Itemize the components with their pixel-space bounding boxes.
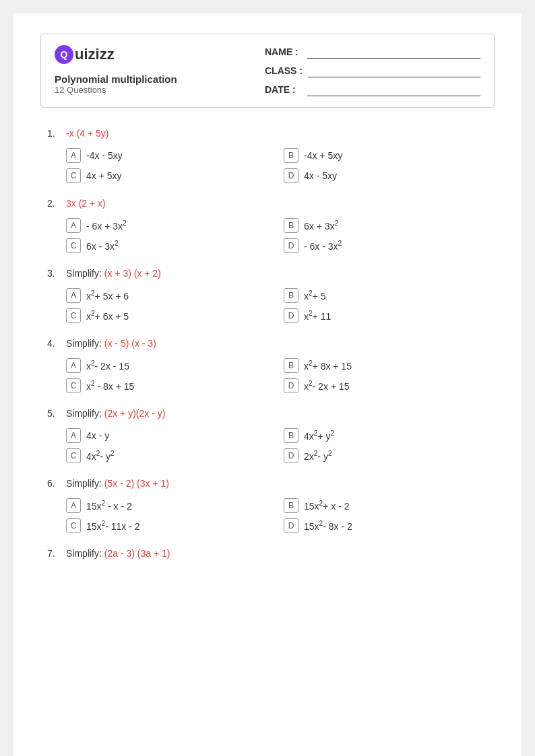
q1-option-c: C 4x + 5xy [66,168,270,183]
question-5: 5. Simplify: (2x + y)(2x - y) A 4x - y B… [47,408,488,463]
q1-text-a: -4x - 5xy [86,150,123,161]
q5-letter-b: B [284,428,298,443]
q6-text-c: 15x2- 11x - 2 [86,520,140,532]
q2-letter-a: A [66,218,81,233]
question-4-stem: 4. Simplify: (x - 5) (x - 3) [47,338,488,349]
q5-letter-a: A [66,428,81,443]
q3-option-d: D x2+ 11 [284,308,488,323]
q5-text-a: 4x - y [86,430,109,441]
question-3: 3. Simplify: (x + 3) (x + 2) A x2+ 5x + … [47,268,488,323]
q5-text-d: 2x2- y2 [304,450,332,462]
worksheet-title: Polynomial multiplication [55,73,177,85]
question-3-stem: 3. Simplify: (x + 3) (x + 2) [47,268,488,279]
q1-expr: -x (4 + 5y) [66,128,108,139]
q1-text: -x (4 + 5y) [66,128,108,139]
q3-text-c: x2+ 6x + 5 [86,310,129,322]
q2-option-a: A - 6x + 3x2 [66,218,270,233]
q4-text-b: x2+ 8x + 15 [304,359,352,372]
q7-expr: (2a - 3) (3a + 1) [104,548,170,559]
q6-text-d: 15x2- 8x - 2 [304,520,352,532]
date-field-row: DATE : [265,83,480,96]
q5-text-c: 4x2- y2 [86,450,114,462]
q2-option-d: D - 6x - 3x2 [284,238,488,253]
q4-letter-d: D [284,378,298,393]
q2-letter-c: C [66,238,81,253]
q3-option-c: C x2+ 6x + 5 [66,308,270,323]
q6-options: A 15x2 - x - 2 B 15x2+ x - 2 C 15x2- 11x… [66,498,488,533]
question-6: 6. Simplify: (5x - 2) (3x + 1) A 15x2 - … [47,478,488,533]
q7-text: Simplify: (2a - 3) (3a + 1) [66,548,170,559]
question-7-stem: 7. Simplify: (2a - 3) (3a + 1) [47,548,488,559]
q4-option-b: B x2+ 8x + 15 [284,358,488,373]
q4-text: Simplify: (x - 5) (x - 3) [66,338,156,349]
q5-expr: (2x + y)(2x - y) [104,408,166,419]
header-box: Q uizizz Polynomial multiplication 12 Qu… [40,34,495,108]
q3-option-b: B x2+ 5 [284,288,488,303]
q4-option-d: D x2- 2x + 15 [284,378,488,393]
q3-text-d: x2+ 11 [304,310,331,322]
logo: Q uizizz [55,45,177,64]
q1-option-b: B -4x + 5xy [284,148,488,163]
logo-text: uizizz [75,46,115,63]
q5-letter-c: C [66,448,81,463]
q6-letter-c: C [66,518,81,533]
q2-text: 3x (2 + x) [66,198,106,209]
q5-letter-d: D [284,448,298,463]
q6-option-d: D 15x2- 8x - 2 [284,518,488,533]
q3-option-a: A x2+ 5x + 6 [66,288,270,303]
q3-expr: (x + 3) (x + 2) [104,268,161,279]
q1-number: 1. [47,128,61,139]
q5-number: 5. [47,408,61,419]
q6-number: 6. [47,478,61,489]
q2-text-c: 6x - 3x2 [86,240,119,252]
q5-option-a: A 4x - y [66,428,270,443]
q1-letter-b: B [284,148,298,163]
q3-letter-a: A [66,288,81,303]
q6-option-a: A 15x2 - x - 2 [66,498,270,513]
quizizz-icon: Q [55,45,73,64]
q2-text-a: - 6x + 3x2 [86,219,127,232]
q2-option-c: C 6x - 3x2 [66,238,270,253]
worksheet-subtitle: 12 Questions [55,85,177,95]
q1-text-b: -4x + 5xy [304,150,342,161]
q6-letter-b: B [284,498,298,513]
q4-text-c: x2 - 8x + 15 [86,380,134,392]
name-label: NAME : [265,46,302,57]
q1-option-d: D 4x - 5xy [284,168,488,183]
q6-letter-d: D [284,518,298,533]
header-left: Q uizizz Polynomial multiplication 12 Qu… [55,45,177,95]
q2-text-d: - 6x - 3x2 [304,240,342,252]
name-line[interactable] [307,45,480,59]
q2-letter-b: B [284,218,298,233]
q2-text-b: 6x + 3x2 [304,219,338,232]
q2-options: A - 6x + 3x2 B 6x + 3x2 C 6x - 3x2 D - 6… [66,218,488,253]
q3-options: A x2+ 5x + 6 B x2+ 5 C x2+ 6x + 5 D x2+ … [66,288,488,323]
q5-text: Simplify: (2x + y)(2x - y) [66,408,165,419]
q5-option-b: B 4x2+ y2 [284,428,488,443]
question-1: 1. -x (4 + 5y) A -4x - 5xy B -4x + 5xy C… [47,128,488,183]
question-1-stem: 1. -x (4 + 5y) [47,128,488,139]
question-6-stem: 6. Simplify: (5x - 2) (3x + 1) [47,478,488,489]
q3-number: 3. [47,268,61,279]
q2-number: 2. [47,198,61,209]
question-5-stem: 5. Simplify: (2x + y)(2x - y) [47,408,488,419]
date-label: DATE : [265,84,302,95]
page: Q uizizz Polynomial multiplication 12 Qu… [13,13,522,756]
class-line[interactable] [308,64,480,77]
name-field-row: NAME : [265,45,480,59]
q1-letter-a: A [66,148,81,163]
q6-expr: (5x - 2) (3x + 1) [104,478,169,489]
class-field-row: CLASS : [265,64,480,77]
q4-option-a: A x2- 2x - 15 [66,358,270,373]
q4-text-d: x2- 2x + 15 [304,380,349,392]
q4-number: 4. [47,338,61,349]
q4-expr: (x - 5) (x - 3) [104,338,156,349]
date-line[interactable] [307,83,480,96]
q5-option-d: D 2x2- y2 [284,448,488,463]
q6-text-a: 15x2 - x - 2 [86,500,132,512]
q2-letter-d: D [284,238,298,253]
header-right: NAME : CLASS : DATE : [265,45,480,96]
q3-text-a: x2+ 5x + 6 [86,289,129,302]
q6-text-b: 15x2+ x - 2 [304,500,349,512]
class-label: CLASS : [265,65,303,76]
